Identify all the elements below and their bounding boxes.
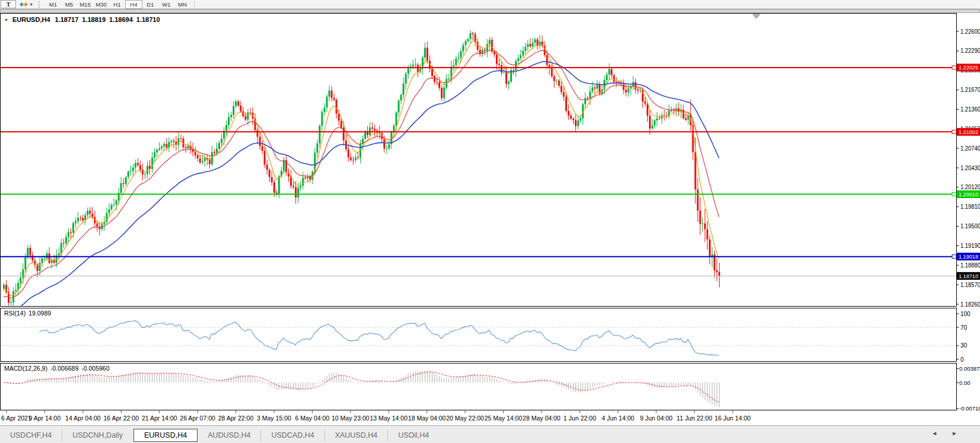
svg-text:9 Jun 04:00: 9 Jun 04:00 — [640, 415, 673, 422]
mt4-window: T ▼ M1 M5 M15 M30 H1 H4 D1 W1 MN 1.22600… — [0, 0, 980, 443]
macd-indicator-label: MACD(12,26,9) -0.006689 -0.005960 — [4, 365, 110, 372]
svg-text:1.18710: 1.18710 — [959, 273, 978, 279]
objects-icon — [24, 2, 28, 6]
svg-text:1.22290: 1.22290 — [960, 47, 980, 54]
svg-text:10 May 23:00: 10 May 23:00 — [332, 415, 370, 422]
svg-text:6 May 04:00: 6 May 04:00 — [295, 415, 329, 422]
svg-text:0: 0 — [960, 356, 964, 363]
timeframe-m30[interactable]: M30 — [93, 1, 109, 8]
svg-text:100: 100 — [960, 311, 971, 317]
svg-text:1.18570: 1.18570 — [960, 282, 980, 288]
svg-text:70: 70 — [960, 324, 968, 331]
timeframe-h4[interactable]: H4 — [125, 0, 142, 9]
toolbar-grip — [39, 1, 43, 8]
tab-usdcnh-daily[interactable]: USDCNH,Daily — [62, 429, 133, 441]
svg-text:1.18880: 1.18880 — [960, 262, 980, 269]
svg-text:21 Apr 14:00: 21 Apr 14:00 — [142, 415, 177, 422]
svg-text:16 Jun 14:00: 16 Jun 14:00 — [715, 415, 751, 422]
svg-text:14 Apr 04:00: 14 Apr 04:00 — [65, 415, 101, 422]
macd-signal-value: -0.005960 — [81, 365, 109, 372]
chevron-down-icon[interactable]: ▼ — [4, 18, 8, 22]
chart-tabs-bar: USDCHF,H4 USDCNH,Daily EURUSD,H4 AUDUSD,… — [0, 425, 980, 443]
chevron-down-icon: ▼ — [29, 2, 33, 7]
svg-text:1.21670: 1.21670 — [960, 87, 980, 93]
svg-text:28 May 04:00: 28 May 04:00 — [523, 415, 561, 422]
open-value: 1.18717 — [55, 16, 79, 23]
rsi-indicator-label: RSI(14) 19.0989 — [4, 310, 51, 317]
svg-text:1.19018: 1.19018 — [959, 253, 978, 260]
svg-text:4 Jun 14:00: 4 Jun 14:00 — [602, 415, 634, 422]
svg-text:26 Apr 07:00: 26 Apr 07:00 — [180, 415, 215, 422]
svg-text:1.20430: 1.20430 — [960, 165, 980, 171]
timeframe-w1[interactable]: W1 — [158, 1, 174, 8]
timeframe-d1[interactable]: D1 — [142, 1, 158, 8]
tab-scroll-left-icon[interactable]: ◄ — [931, 430, 937, 436]
timeframe-m15[interactable]: M15 — [77, 1, 93, 8]
svg-text:9 Apr 14:00: 9 Apr 14:00 — [29, 415, 61, 422]
svg-text:-0.007192: -0.007192 — [959, 405, 980, 412]
high-value: 1.18819 — [82, 16, 106, 23]
tab-usdchf-h4[interactable]: USDCHF,H4 — [0, 429, 62, 441]
low-value: 1.18694 — [109, 16, 133, 23]
svg-text:30: 30 — [960, 342, 968, 349]
svg-text:1.20010: 1.20010 — [959, 191, 978, 197]
macd-main-value: -0.006689 — [50, 365, 78, 372]
toolbar-separator — [194, 1, 195, 8]
svg-text:13 May 14:00: 13 May 14:00 — [370, 415, 408, 422]
timeframe-h1[interactable]: H1 — [109, 1, 125, 8]
svg-text:1.19190: 1.19190 — [960, 243, 980, 249]
symbol-period-label: EURUSD,H4 — [12, 16, 50, 23]
close-value: 1.18710 — [136, 16, 160, 23]
svg-text:1.19810: 1.19810 — [960, 203, 980, 210]
chart-horizontal-scrollbar[interactable] — [0, 9, 980, 13]
svg-text:1.22600: 1.22600 — [960, 28, 980, 35]
svg-text:1 Jun 22:00: 1 Jun 22:00 — [564, 415, 596, 422]
ohlc-header: ▼ EURUSD,H4 1.18717 1.18819 1.18694 1.18… — [4, 16, 160, 23]
macd-name: MACD(12,26,9) — [4, 365, 47, 372]
svg-text:20 May 22:00: 20 May 22:00 — [446, 415, 484, 422]
svg-text:0.00: 0.00 — [959, 380, 971, 386]
timeframe-mn[interactable]: MN — [174, 1, 190, 8]
svg-text:11 Jun 22:00: 11 Jun 22:00 — [677, 415, 712, 422]
timeframe-toolbar: T ▼ M1 M5 M15 M30 H1 H4 D1 W1 MN — [0, 0, 980, 9]
tab-eurusd-h4[interactable]: EURUSD,H4 — [133, 429, 198, 442]
svg-text:1.20120: 1.20120 — [960, 184, 980, 190]
svg-text:1.22025: 1.22025 — [959, 64, 978, 71]
svg-text:6 Apr 2021: 6 Apr 2021 — [1, 415, 31, 422]
tab-usoil-h4[interactable]: USOil,H4 — [387, 429, 439, 441]
timeframe-m5[interactable]: M5 — [61, 1, 77, 8]
timeframe-m1[interactable]: M1 — [45, 1, 61, 8]
objects-dropdown-button[interactable]: ▼ — [17, 1, 36, 8]
svg-text:1.21002: 1.21002 — [959, 129, 978, 135]
chart-canvas[interactable]: 1.226001.222901.219801.216701.213601.210… — [0, 13, 980, 425]
scrollbar-thumb[interactable] — [0, 9, 980, 13]
svg-text:0.003873: 0.003873 — [959, 365, 980, 372]
svg-text:28 Apr 22:00: 28 Apr 22:00 — [218, 415, 254, 422]
text-tool-button[interactable]: T — [1, 0, 16, 8]
svg-text:1.21360: 1.21360 — [960, 106, 980, 113]
svg-text:3 May 15:00: 3 May 15:00 — [257, 415, 291, 422]
svg-text:1.19500: 1.19500 — [960, 223, 980, 230]
svg-text:1.18260: 1.18260 — [960, 301, 980, 308]
svg-text:18 May 04:00: 18 May 04:00 — [408, 415, 446, 422]
rsi-name: RSI(14) — [4, 310, 26, 317]
svg-text:16 Apr 22:00: 16 Apr 22:00 — [103, 415, 139, 422]
svg-text:1.20740: 1.20740 — [960, 145, 980, 152]
tab-usdcad-h4[interactable]: USDCAD,H4 — [260, 429, 324, 441]
tab-audusd-h4[interactable]: AUDUSD,H4 — [198, 429, 260, 441]
svg-text:25 May 14:00: 25 May 14:00 — [485, 415, 523, 422]
tab-xauusd-h4[interactable]: XAUUSD,H4 — [324, 429, 388, 441]
text-tool-icon: T — [7, 1, 11, 8]
tab-scroll-right-icon[interactable]: ► — [952, 430, 957, 436]
rsi-value: 19.0989 — [28, 310, 51, 317]
